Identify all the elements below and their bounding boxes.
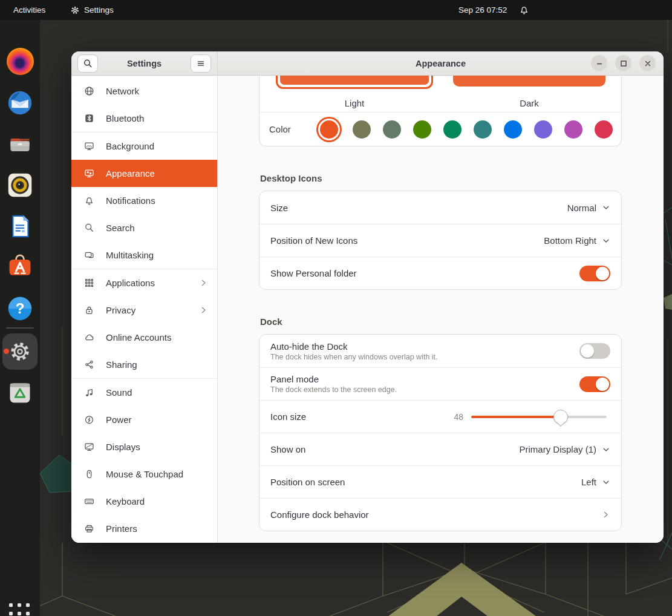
sidebar-item-sound[interactable]: Sound: [71, 379, 217, 406]
dock-trash-icon[interactable]: [5, 378, 34, 407]
notification-bell-icon[interactable]: [519, 0, 529, 20]
color-swatch-prussian[interactable]: [474, 120, 492, 139]
dock-separator: [6, 327, 34, 329]
style-card: Light Dark Color: [259, 76, 622, 146]
search-icon: [83, 59, 93, 68]
maximize-button[interactable]: [615, 55, 631, 71]
app-menu-button[interactable]: Settings: [65, 0, 119, 20]
minimize-button[interactable]: [591, 55, 607, 71]
color-swatch-blue[interactable]: [504, 120, 522, 139]
dock-files-icon[interactable]: [5, 129, 34, 159]
main-menu-button[interactable]: [191, 54, 211, 73]
color-swatch-bark[interactable]: [353, 120, 371, 139]
show-on-row[interactable]: Show on Primary Display (1): [259, 433, 621, 465]
sidebar-item-multitasking[interactable]: Multitasking: [71, 241, 217, 269]
dock: ?: [0, 20, 40, 616]
sidebar-item-mouse-touchpad[interactable]: Mouse & Touchpad: [71, 460, 217, 488]
sidebar-item-sharing[interactable]: Sharing: [71, 351, 217, 378]
color-swatch-olive[interactable]: [413, 120, 431, 139]
sidebar-item-online-accounts[interactable]: Online Accounts: [71, 324, 217, 351]
dock-rhythmbox-icon[interactable]: [5, 171, 34, 200]
sidebar-item-printers[interactable]: Printers: [71, 515, 217, 542]
close-button[interactable]: [639, 55, 656, 71]
sidebar-item-appearance[interactable]: Appearance: [71, 160, 217, 187]
panel-mode-toggle[interactable]: [579, 376, 610, 392]
window-title: Settings: [127, 59, 161, 68]
theme-dark-preview[interactable]: [453, 76, 605, 87]
dock-ubuntu-software-icon[interactable]: [5, 252, 34, 281]
titlebar-right: Appearance: [218, 51, 664, 75]
sidebar-item-bluetooth[interactable]: Bluetooth: [71, 105, 217, 132]
color-swatch-red[interactable]: [595, 120, 613, 139]
size-row[interactable]: Size Normal: [259, 191, 621, 224]
appearance-panel: Light Dark Color: [218, 76, 664, 543]
titlebar[interactable]: Settings Appearance: [71, 51, 664, 76]
dock-thunderbird-icon[interactable]: [5, 88, 34, 117]
color-swatch-purple[interactable]: [534, 120, 552, 139]
top-bar: Activities Settings Sep 26 07:52: [0, 0, 672, 20]
dock-libreoffice-writer-icon[interactable]: [5, 212, 34, 241]
autohide-dock-row[interactable]: Auto-hide the Dock The dock hides when a…: [259, 335, 621, 367]
activities-button[interactable]: Activities: [8, 0, 50, 20]
sidebar-item-privacy[interactable]: Privacy: [71, 297, 217, 324]
maximize-icon: [619, 59, 628, 68]
color-swatches: [318, 120, 613, 139]
power-icon: [84, 414, 94, 425]
appearance-icon: [84, 168, 94, 179]
theme-light-preview[interactable]: [276, 76, 433, 89]
icon-size-value: 48: [454, 412, 463, 422]
color-label: Color: [269, 124, 291, 134]
dock-heading: Dock: [260, 316, 622, 327]
show-applications-button[interactable]: [9, 603, 30, 616]
minimize-icon: [595, 59, 604, 68]
sidebar-item-keyboard[interactable]: Keyboard: [71, 488, 217, 515]
svg-text:?: ?: [15, 300, 24, 316]
keyboard-icon: [84, 496, 94, 506]
light-label: Light: [276, 98, 433, 108]
search-button[interactable]: [77, 54, 98, 73]
size-value: Normal: [567, 203, 596, 213]
color-swatch-orange[interactable]: [320, 120, 338, 139]
app-grid-icon: [84, 278, 94, 288]
sidebar-item-background[interactable]: Background: [71, 133, 217, 160]
sidebar-item-search[interactable]: Search: [71, 214, 217, 241]
sidebar: Network Bluetooth Background Appearance …: [71, 76, 218, 543]
color-swatch-viridian[interactable]: [443, 120, 462, 139]
running-indicator-dot: [4, 349, 9, 354]
chevron-right-icon: [601, 510, 610, 519]
slider-handle[interactable]: [553, 410, 568, 424]
sidebar-item-network[interactable]: Network: [71, 77, 217, 105]
show-personal-folder-row[interactable]: Show Personal folder: [259, 257, 621, 289]
position-of-new-icons-row[interactable]: Position of New Icons Bottom Right: [259, 224, 621, 257]
printer-icon: [84, 523, 94, 534]
sidebar-item-notifications[interactable]: Notifications: [71, 187, 217, 214]
mouse-icon: [84, 469, 94, 479]
accent-color-row: Color: [259, 113, 621, 146]
color-swatch-sage[interactable]: [383, 120, 401, 139]
windows-icon: [84, 250, 94, 260]
cloud-icon: [84, 332, 94, 342]
color-swatch-magenta[interactable]: [564, 120, 582, 139]
dock-firefox-icon[interactable]: [5, 47, 34, 76]
globe-icon: [84, 86, 94, 96]
sidebar-item-applications[interactable]: Applications: [71, 269, 217, 297]
position-on-screen-value: Left: [581, 477, 596, 487]
dock-help-icon[interactable]: ?: [5, 294, 34, 323]
sidebar-item-displays[interactable]: Displays: [71, 433, 217, 460]
icon-size-slider[interactable]: [471, 416, 607, 418]
hamburger-icon: [196, 59, 206, 68]
position-on-screen-row[interactable]: Position on screen Left: [259, 465, 621, 498]
panel-mode-row[interactable]: Panel mode The dock extends to the scree…: [259, 367, 621, 400]
configure-dock-behavior-row[interactable]: Configure dock behavior: [259, 498, 621, 531]
sidebar-item-power[interactable]: Power: [71, 406, 217, 433]
autohide-dock-toggle[interactable]: [579, 343, 610, 359]
chevron-down-icon: [602, 203, 610, 212]
chevron-right-icon: [198, 305, 209, 315]
position-value: Bottom Right: [544, 235, 596, 246]
music-note-icon: [84, 387, 94, 398]
chevron-down-icon: [602, 478, 610, 487]
clock[interactable]: Sep 26 07:52: [455, 0, 511, 20]
show-personal-folder-toggle[interactable]: [579, 266, 610, 281]
bell-icon: [84, 195, 94, 206]
chevron-right-icon: [198, 278, 209, 288]
